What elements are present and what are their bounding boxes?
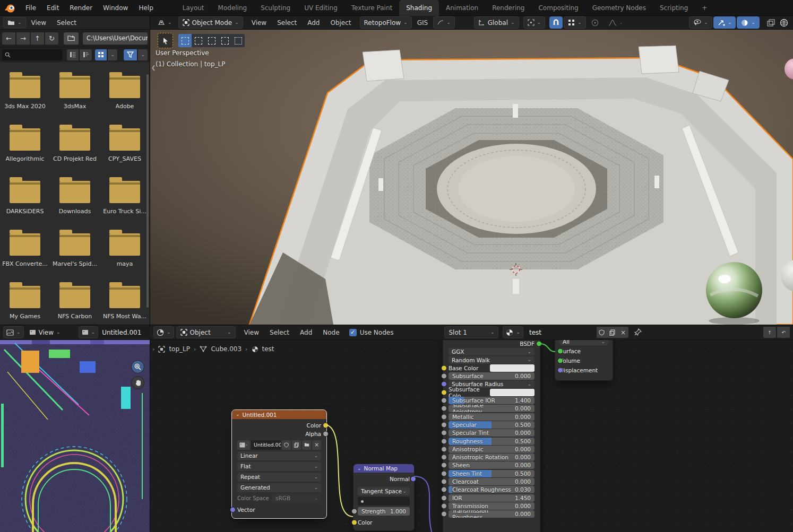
retopoflow-dropdown[interactable]: RetopoFlow ⌄ [360,16,412,29]
ie-menu-button[interactable] [68,329,72,336]
select-extend-button[interactable] [192,34,205,47]
copy-image-button[interactable] [292,440,301,450]
slider-subsurface[interactable]: Subsurface0.000 [449,372,535,380]
breadcrumb-material[interactable]: test [262,345,274,353]
input-socket-clearcoat[interactable] [441,479,447,485]
search-input[interactable] [2,49,63,60]
color-input-socket[interactable] [351,520,357,526]
vp-menu-view[interactable]: View [246,15,272,31]
material-browse-button[interactable]: ⌄ [503,326,523,338]
tab-animation[interactable]: Animation [439,0,485,16]
folder-item-3dsmax[interactable]: 3dsMax [50,69,100,122]
menu-file[interactable]: File [20,4,41,12]
breadcrumb-mesh[interactable]: Cube.003 [211,345,242,353]
slider-subsurface-ior[interactable]: Subsurface IOR1.400 [449,397,535,404]
input-socket-metallic[interactable] [441,414,447,420]
collapse-chevron-icon[interactable]: ⌄ [236,412,240,417]
viewport-3d[interactable]: ⌄ Object Mode ⌄ ViewSelectAddObject Reto… [150,16,793,325]
tab-shading[interactable]: Shading [399,0,439,16]
folder-item-fbx-converte[interactable]: FBX Converte... [0,227,50,280]
vp-menu-object[interactable]: Object [325,15,356,31]
output-target-dropdown[interactable]: All ⌄ [559,340,608,345]
select-invert-button[interactable] [218,34,231,47]
slider-transmission-roughness[interactable]: Transmission Roughness0.000 [449,510,535,518]
image-name-field[interactable]: Untitled.001 [251,440,281,450]
principled-bsdf-node[interactable]: BSDF GGX⌄Random Walk⌄Base ColorSubsurfac… [443,340,540,532]
file-browser-editor-type-button[interactable]: ⌄ [3,17,26,28]
input-socket-ior[interactable] [441,495,447,501]
input-socket-specular-tint[interactable] [441,430,447,436]
shader-type-dropdown[interactable]: Object ⌄ [176,326,236,338]
unlink-image-button[interactable]: × [312,440,321,450]
slot-dropdown[interactable]: Slot 1 ⌄ [444,326,498,338]
vp-menu-add[interactable]: Add [302,15,325,31]
ie-image-selector[interactable]: ⌄ [79,326,99,338]
image-texture-header[interactable]: ⌄ Untitled.001 [232,410,326,419]
normal-map-node[interactable]: ⌄ Normal Map Normal Tangent Space ⌄ [354,464,414,530]
menu-edit[interactable]: Edit [41,4,64,12]
display-thumbnail-button[interactable] [95,49,107,60]
input-socket-subsurface-colo[interactable] [441,389,447,395]
input-socket-transmission[interactable] [441,503,447,509]
zoom-button[interactable] [131,360,144,373]
back-button[interactable]: ← [2,32,15,45]
overlays-dropdown[interactable]: ⌄ [737,16,760,29]
shading-wireframe-button[interactable] [765,16,777,29]
alpha-output-socket[interactable] [323,431,329,437]
tab-sculpting[interactable]: Sculpting [254,0,297,16]
breadcrumb-object[interactable]: top_LP [169,345,190,353]
se-menu-select[interactable]: Select [264,325,295,341]
display-mode-dropdown[interactable]: ⌄ [108,49,117,60]
material-output-node[interactable]: All ⌄ SurfaceVolumeDisplacement [555,340,613,380]
select-subtract-button[interactable] [205,34,218,47]
forward-button[interactable]: → [16,32,30,45]
collapse-chevron-icon[interactable]: ⌄ [357,466,361,471]
normal-map-header[interactable]: ⌄ Normal Map [354,464,414,473]
input-socket-subsurface-radius[interactable] [441,381,447,387]
space-dropdown[interactable]: Tangent Space ⌄ [358,487,410,495]
strength-input-socket[interactable] [351,509,357,514]
input-socket-base-color[interactable] [441,365,447,371]
folder-item-allegorithmic[interactable]: Allegorithmic [0,122,50,175]
select-new-button[interactable] [178,34,192,47]
folder-item-cpy-saves[interactable]: CPY_SAVES [100,122,150,175]
tab-rendering[interactable]: Rendering [485,0,531,16]
go-back-button[interactable]: ↶ [777,327,790,338]
dropdown-random-walk[interactable]: Random Walk⌄ [449,356,535,364]
se-menu-add[interactable]: Add [295,325,317,341]
slider-sheen[interactable]: Sheen0.000 [449,461,535,469]
copy-material-button[interactable] [607,327,618,338]
open-image-button[interactable] [302,440,311,450]
slider-specular-tint[interactable]: Specular Tint0.000 [449,429,535,437]
ie-view-menu[interactable]: View ⌄ [25,326,65,338]
dropdown-repeat[interactable]: Repeat⌄ [237,473,321,482]
uv-image-view[interactable] [0,340,150,532]
image-texture-node[interactable]: ⌄ Untitled.001 Color Alpha [232,410,326,518]
uvmap-field[interactable] [358,497,410,505]
vector-input-socket[interactable] [230,507,236,512]
slider-roughness[interactable]: Roughness0.500 [449,438,535,445]
menu-render[interactable]: Render [64,4,98,12]
colorspace-dropdown[interactable]: sRGB ⌄ [272,494,321,502]
gizmos-dropdown[interactable]: ⌄ [713,16,736,29]
create-directory-button[interactable] [64,32,79,45]
slider-specular[interactable]: Specular0.500 [449,421,535,429]
tab-geometry-nodes[interactable]: Geometry Nodes [585,0,653,16]
mode-dropdown[interactable]: Object Mode ⌄ [178,16,243,29]
normal-output-socket[interactable] [410,476,416,482]
show-object-types-dropdown[interactable]: ⌄ [689,16,712,29]
transform-orientation-dropdown[interactable]: Global ⌄ [474,16,519,29]
menu-window[interactable]: Window [98,4,133,12]
use-nodes-checkbox[interactable]: ✓ Use Nodes [349,329,394,336]
input-socket-specular[interactable] [441,422,447,428]
vp-menu-select[interactable]: Select [272,15,302,31]
display-vertical-list-button[interactable] [67,49,79,60]
input-socket-transmission-roughness[interactable] [441,511,447,517]
dropdown-generated[interactable]: Generated⌄ [237,483,321,492]
tab-scripting[interactable]: Scripting [653,0,695,16]
input-socket-anisotropic[interactable] [441,446,447,452]
input-socket-subsurface-anisotropy[interactable] [441,406,447,412]
folder-item-adobe[interactable]: Adobe [100,69,150,122]
se-menu-node[interactable]: Node [317,325,344,341]
color-swatch-subsurface-colo[interactable] [490,389,535,396]
